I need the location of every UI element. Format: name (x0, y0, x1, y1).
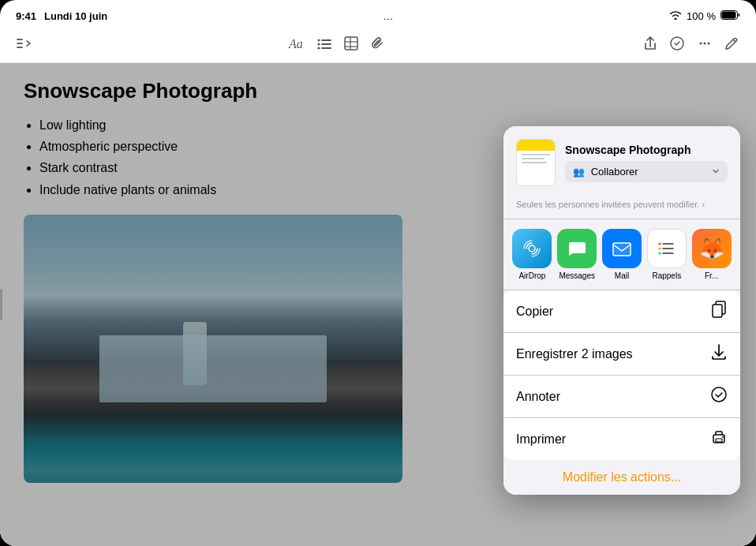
svg-point-20 (529, 245, 535, 252)
toolbar-left (16, 36, 32, 55)
annotate-label: Annoter (516, 390, 560, 404)
note-icon-box (516, 139, 556, 186)
note-icon-yellow-bar (517, 140, 555, 151)
svg-point-17 (700, 43, 702, 45)
battery-text: 100 % (687, 10, 716, 22)
svg-text:Aa: Aa (288, 37, 303, 50)
messages-label: Messages (559, 271, 595, 280)
markup-icon[interactable] (669, 36, 685, 55)
battery-icon (720, 10, 740, 22)
dots-indicator: ... (384, 10, 393, 22)
airdrop-icon (512, 229, 552, 268)
svg-point-19 (708, 43, 710, 45)
share-sheet: Snowscape Photograph 👥 Collaborer (503, 126, 740, 495)
copy-label: Copier (516, 305, 553, 319)
app-row: AirDrop Messages (503, 219, 740, 290)
time: 9:41 (16, 10, 36, 22)
note-icon-line (522, 162, 547, 163)
svg-point-34 (722, 436, 724, 438)
status-bar: 9:41 Lundi 10 juin ... 100 % (0, 0, 756, 28)
svg-point-6 (318, 39, 320, 42)
rappels-button[interactable]: Rappels (644, 229, 689, 280)
collapse-icon[interactable] (16, 36, 32, 55)
save-icon (710, 343, 728, 365)
airdrop-button[interactable]: AirDrop (510, 229, 555, 280)
svg-point-7 (318, 43, 320, 46)
date: Lundi 10 juin (44, 10, 107, 22)
note-info: Snowscape Photograph 👥 Collaborer (565, 144, 728, 182)
note-icon-line (522, 158, 545, 159)
status-bar-right: 100 % (669, 10, 740, 22)
action-section: Copier Enregistrer 2 images (503, 290, 740, 460)
toolbar-right (642, 35, 740, 56)
svg-point-24 (658, 248, 661, 250)
people-icon: 👥 (573, 166, 585, 178)
share-sheet-overlay[interactable]: Snowscape Photograph 👥 Collaborer (0, 63, 756, 546)
more-app-icon: 🦊 (692, 229, 732, 268)
mail-icon (602, 229, 642, 268)
annotate-icon (710, 386, 728, 407)
svg-rect-1 (721, 11, 735, 18)
main-content: Snowscape Photograph Low lighting Atmosp… (0, 63, 756, 546)
rappels-label: Rappels (652, 271, 681, 280)
modify-actions[interactable]: Modifier les actions... (503, 460, 740, 495)
mail-button[interactable]: Mail (600, 229, 645, 280)
subtitle-text: Seules les personnes invitées peuvent mo… (516, 200, 705, 209)
svg-point-8 (318, 47, 320, 50)
more-icon[interactable] (696, 35, 713, 56)
attachment-icon[interactable] (370, 36, 386, 55)
svg-rect-21 (613, 243, 631, 256)
messages-button[interactable]: Messages (555, 229, 600, 280)
toolbar: Aa (0, 28, 756, 63)
save-images-action[interactable]: Enregistrer 2 images (503, 333, 740, 376)
rappels-icon (647, 229, 687, 268)
copy-action[interactable]: Copier (503, 290, 740, 333)
compose-icon[interactable] (724, 36, 740, 55)
collab-label: Collaborer (591, 166, 638, 178)
svg-rect-33 (716, 439, 722, 442)
list-icon[interactable] (316, 36, 332, 55)
share-note-header: Snowscape Photograph 👥 Collaborer (503, 126, 740, 196)
note-icon-line (522, 154, 550, 155)
collab-dropdown[interactable]: 👥 Collaborer (565, 161, 728, 182)
status-bar-center: ... (384, 10, 393, 22)
svg-point-31 (712, 387, 726, 402)
svg-rect-30 (713, 305, 722, 317)
mail-label: Mail (615, 271, 629, 280)
status-bar-left: 9:41 Lundi 10 juin (16, 10, 107, 22)
print-action[interactable]: Imprimer (503, 418, 740, 460)
svg-point-18 (704, 43, 706, 45)
chevron-down-icon (712, 166, 720, 178)
more-app-button[interactable]: 🦊 Fr... (689, 229, 734, 280)
svg-rect-12 (345, 37, 357, 50)
annotate-action[interactable]: Annoter (503, 376, 740, 418)
messages-icon (557, 229, 597, 268)
print-icon (710, 428, 728, 450)
table-icon[interactable] (343, 36, 359, 55)
wifi-icon (669, 10, 682, 22)
share-icon[interactable] (642, 36, 658, 55)
svg-point-25 (658, 252, 661, 255)
modify-actions-label: Modifier les actions... (563, 470, 681, 484)
more-app-label: Fr... (705, 271, 718, 280)
copy-icon (710, 301, 728, 322)
text-format-icon[interactable]: Aa (288, 36, 305, 55)
toolbar-center: Aa (288, 36, 386, 55)
save-images-label: Enregistrer 2 images (516, 347, 633, 361)
share-subtitle: Seules les personnes invitées peuvent mo… (503, 196, 740, 219)
ipad-frame: 9:41 Lundi 10 juin ... 100 % (0, 0, 756, 546)
share-note-title: Snowscape Photograph (565, 144, 728, 156)
print-label: Imprimer (516, 432, 566, 447)
svg-point-23 (658, 243, 661, 245)
airdrop-label: AirDrop (518, 271, 545, 280)
